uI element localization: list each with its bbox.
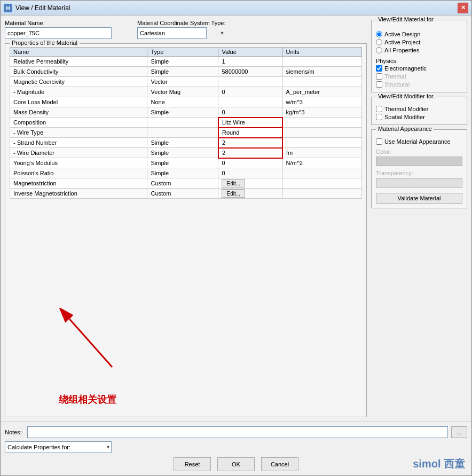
cell-type: Vector Mag — [147, 87, 218, 97]
cell-value[interactable]: Round — [218, 128, 282, 138]
checkbox-thermal[interactable]: Thermal — [376, 73, 462, 80]
radio-active-design[interactable]: Active Design — [376, 31, 462, 37]
annotation-text: 绕组相关设置 — [59, 393, 116, 406]
ok-button[interactable]: OK — [217, 457, 255, 471]
cell-units — [282, 189, 361, 199]
cell-units — [282, 178, 361, 189]
cell-value: Edit... — [218, 189, 282, 199]
table-row: Mass DensitySimple0kg/m^3 — [10, 107, 362, 118]
cell-type: Simple — [147, 107, 218, 118]
cell-value[interactable]: 2 — [218, 148, 282, 158]
table-row: Poisson's RatioSimple0 — [10, 168, 362, 178]
view-edit-group: View/Edit Material for Active Design Act… — [371, 20, 467, 92]
cell-name: Young's Modulus — [10, 158, 147, 168]
cell-value: 58000000 — [218, 67, 282, 77]
cell-units — [282, 77, 361, 87]
coord-system-select[interactable]: Cartesian Cylindrical Spherical — [137, 27, 207, 39]
bottom-section: Notes: ... Calculate Properties for: ▼ R… — [1, 422, 471, 475]
appearance-label: Material Appearance — [376, 126, 434, 132]
action-row: Reset OK Cancel — [5, 457, 467, 471]
cell-units: fm — [282, 148, 361, 158]
table-row: Bulk ConductivitySimple58000000siemens/m — [10, 67, 362, 77]
radio-active-project[interactable]: Active Project — [376, 39, 462, 45]
cell-type — [147, 118, 218, 128]
properties-table-container: Name Type Value Units Relative Permeabil… — [10, 47, 362, 199]
close-button[interactable]: ✕ — [458, 3, 468, 13]
table-row: - MagnitudeVector Mag0A_per_meter — [10, 87, 362, 97]
cell-type: Vector — [147, 77, 218, 87]
table-row: Relative PermeabilitySimple1 — [10, 57, 362, 67]
notes-input[interactable] — [27, 426, 448, 438]
col-units: Units — [282, 48, 361, 57]
cell-value[interactable]: Litz Wire — [218, 118, 282, 128]
cell-value: 1 — [218, 57, 282, 67]
cell-name: - Magnitude — [10, 87, 147, 97]
modifier-label: View/Edit Modifier for — [376, 93, 436, 99]
cell-units: A_per_meter — [282, 87, 361, 97]
transparency-row: Transparency: — [376, 169, 462, 188]
notes-row: Notes: ... — [5, 426, 467, 438]
cell-type: Simple — [147, 57, 218, 67]
material-name-input[interactable] — [5, 27, 112, 39]
cell-type: Simple — [147, 168, 218, 178]
dialog-content: Material Name Material Coordinate System… — [1, 15, 471, 422]
modifier-group: View/Edit Modifier for Thermal Modifier … — [371, 97, 467, 125]
cell-name: Core Loss Model — [10, 97, 147, 107]
title-bar: M View / Edit Material ✕ — [1, 1, 471, 15]
validate-button[interactable]: Validate Material — [376, 193, 462, 204]
simol-watermark: simol 西童 — [413, 457, 465, 471]
color-swatch — [376, 157, 462, 166]
properties-group: Properties of the Material Name Type Val… — [5, 43, 367, 417]
radio-all-properties[interactable]: All Properties — [376, 47, 462, 53]
cell-units — [282, 168, 361, 178]
table-row: CompositionLitz Wire — [10, 118, 362, 128]
svg-line-1 — [69, 319, 112, 367]
cell-units — [282, 128, 361, 138]
coord-system-dropdown-wrapper: Cartesian Cylindrical Spherical ▼ — [137, 27, 225, 39]
annotation-arrow — [59, 308, 123, 374]
table-row: Magnetic CoercivityVector — [10, 77, 362, 87]
color-label: Color: — [376, 149, 391, 155]
cell-value — [218, 97, 282, 107]
cell-name: - Strand Number — [10, 138, 147, 148]
cell-name: Relative Permeability — [10, 57, 147, 67]
notes-extra-button[interactable]: ... — [451, 426, 467, 438]
cell-units — [282, 57, 361, 67]
checkbox-structural[interactable]: Structural — [376, 81, 462, 88]
cell-name: - Wire Diameter — [10, 148, 147, 158]
checkbox-thermal-modifier[interactable]: Thermal Modifier — [376, 106, 462, 112]
physics-label: Physics: — [376, 58, 462, 64]
cell-value: 0 — [218, 107, 282, 118]
col-value: Value — [218, 48, 282, 57]
edit-button[interactable]: Edit... — [222, 179, 245, 188]
cell-value[interactable]: 2 — [218, 138, 282, 148]
reset-button[interactable]: Reset — [174, 457, 211, 471]
cancel-button[interactable]: Cancel — [261, 457, 298, 471]
view-edit-label: View/Edit Material for — [376, 16, 436, 22]
checkbox-electromagnetic[interactable]: Electromagnetic — [376, 65, 462, 72]
cell-value — [218, 77, 282, 87]
calc-select[interactable]: Calculate Properties for: — [5, 441, 112, 453]
physics-group: Electromagnetic Thermal Structural — [376, 65, 462, 88]
color-row: Color: — [376, 148, 462, 166]
view-edit-radio-group: Active Design Active Project All Propert… — [376, 31, 462, 53]
cell-type: Custom — [147, 178, 218, 189]
cell-type: Simple — [147, 148, 218, 158]
table-row: - Wire TypeRound — [10, 128, 362, 138]
cell-value: 0 — [218, 158, 282, 168]
cell-units — [282, 118, 361, 128]
window-icon: M — [4, 4, 12, 12]
cell-type: Custom — [147, 189, 218, 199]
transparency-label: Transparency: — [376, 170, 413, 176]
cell-name: - Wire Type — [10, 128, 147, 138]
edit-button[interactable]: Edit... — [222, 189, 245, 198]
col-name: Name — [10, 48, 147, 57]
modifier-options: Thermal Modifier Spatial Modifier — [376, 106, 462, 120]
checkbox-spatial-modifier[interactable]: Spatial Modifier — [376, 114, 462, 120]
table-row: MagnetostrictionCustomEdit... — [10, 178, 362, 189]
cell-name: Magnetic Coercivity — [10, 77, 147, 87]
window-title: View / Edit Material — [15, 4, 458, 12]
cell-units: N/m^2 — [282, 158, 361, 168]
checkbox-use-appearance[interactable]: Use Material Appearance — [376, 138, 462, 145]
cell-value: 0 — [218, 168, 282, 178]
